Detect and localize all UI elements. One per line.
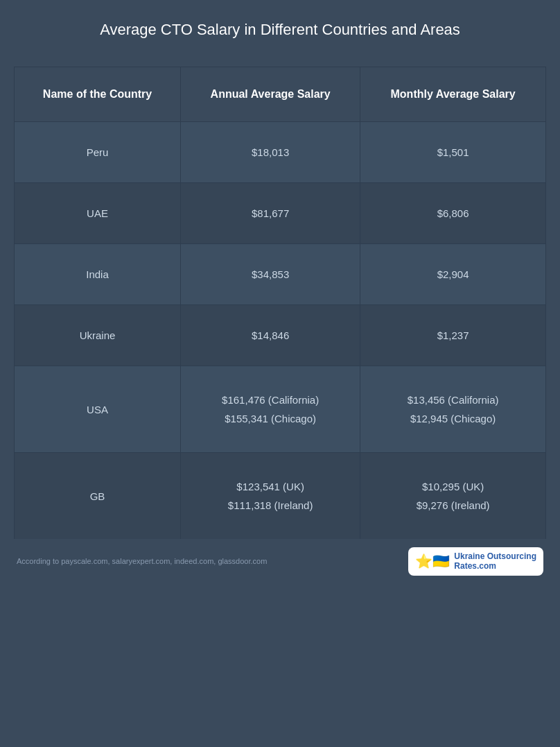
source-text: According to payscale.com, salaryexpert.… [17,557,267,565]
cell-monthly: $13,456 (California)$12,945 (Chicago) [360,366,546,453]
cell-monthly: $2,904 [360,244,546,305]
header-monthly: Monthly Average Salary [360,67,546,122]
cell-annual: $34,853 [181,244,360,305]
logo-line1: Ukraine Outsourcing [454,551,536,561]
cell-monthly: $6,806 [360,183,546,244]
logo-badge: ⭐🇺🇦 Ukraine Outsourcing Rates.com [408,547,543,576]
cell-country: Ukraine [15,305,181,366]
table-row: Ukraine$14,846$1,237 [15,305,546,366]
table-row: GB$123,541 (UK)$111,318 (Ireland)$10,295… [15,453,546,540]
cell-country: Peru [15,122,181,183]
table-row: USA$161,476 (California)$155,341 (Chicag… [15,366,546,453]
cell-annual: $81,677 [181,183,360,244]
salary-table-container: Name of the Country Annual Average Salar… [14,67,546,539]
table-header-row: Name of the Country Annual Average Salar… [15,67,546,122]
cell-annual: $18,013 [181,122,360,183]
cell-country: India [15,244,181,305]
cell-country: UAE [15,183,181,244]
header-country: Name of the Country [15,67,181,122]
cell-annual: $161,476 (California)$155,341 (Chicago) [181,366,360,453]
header-annual: Annual Average Salary [181,67,360,122]
logo-icon: ⭐🇺🇦 [415,553,450,569]
cell-country: USA [15,366,181,453]
logo-text: Ukraine Outsourcing Rates.com [454,551,536,572]
cell-country: GB [15,453,181,540]
logo-line2: Rates.com [454,561,496,571]
table-row: UAE$81,677$6,806 [15,183,546,244]
cell-monthly: $1,501 [360,122,546,183]
footer: According to payscale.com, salaryexpert.… [14,547,546,576]
cell-monthly: $1,237 [360,305,546,366]
table-row: India$34,853$2,904 [15,244,546,305]
cell-annual: $14,846 [181,305,360,366]
salary-table: Name of the Country Annual Average Salar… [14,67,546,539]
table-row: Peru$18,013$1,501 [15,122,546,183]
cell-monthly: $10,295 (UK)$9,276 (Ireland) [360,453,546,540]
cell-annual: $123,541 (UK)$111,318 (Ireland) [181,453,360,540]
page-title: Average CTO Salary in Different Countrie… [100,21,460,39]
